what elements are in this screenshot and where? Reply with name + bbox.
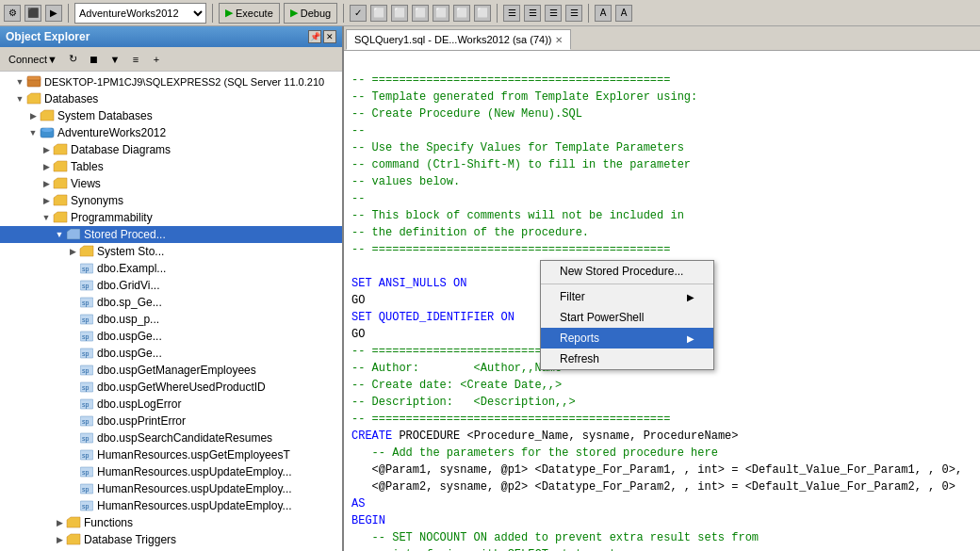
toolbar-icon-11[interactable]: ☰ [524,5,541,22]
tree-item-sproc-7[interactable]: sp dbo.uspGetManagerEmployees [0,362,342,379]
toolbar-icon-13[interactable]: ☰ [565,5,582,22]
tab-close-1[interactable]: ✕ [555,35,563,45]
ctx-reports-arrow: ▶ [687,333,694,344]
tree-item-db-triggers[interactable]: ▶ Database Triggers [0,531,342,548]
svg-marker-44 [67,534,80,544]
svg-marker-12 [80,246,93,256]
oe-close-button[interactable]: ✕ [323,30,336,43]
toolbar-icon-6[interactable]: ⬜ [412,5,429,22]
tree-item-diagrams[interactable]: ▶ Database Diagrams [0,141,342,158]
expand-prog: ▼ [40,213,53,222]
ctx-filter-label: Filter [560,290,585,303]
oe-new-button[interactable]: + [147,50,166,69]
database-selector[interactable]: AdventureWorks2012 [74,3,206,24]
tree-item-sproc-10[interactable]: sp dbo.uspPrintError [0,413,342,429]
tree-item-sproc-6[interactable]: sp dbo.uspGe... [0,345,342,362]
tree-item-server[interactable]: ▼ DESKTOP-1PM1CJ9\SQLEXPRESS2 (SQL Serve… [0,73,342,90]
ctx-new-stored-procedure-label: New Stored Procedure... [560,265,683,278]
tree-item-sproc-13[interactable]: sp HumanResources.uspUpdateEmploy... [0,463,342,480]
ctx-reports[interactable]: Reports ▶ [541,328,713,348]
tree-item-views[interactable]: ▶ Views [0,175,342,192]
tree-item-sproc-15[interactable]: sp HumanResources.uspUpdateEmploy... [0,497,342,514]
toolbar-icon-14[interactable]: A [595,5,612,22]
sys-sprocs-label: System Sto... [97,245,164,258]
sproc-label-8: dbo.uspGetWhereUsedProductID [97,381,266,394]
svg-text:sp: sp [82,435,90,443]
connect-button[interactable]: Connect ▼ [4,50,62,69]
sproc-label-5: dbo.uspGe... [97,330,162,343]
tree-item-programmability[interactable]: ▼ Programmability [0,209,342,226]
tree-item-synonyms[interactable]: ▶ Synonyms [0,192,342,209]
tree-item-functions[interactable]: ▶ Functions [0,514,342,531]
databases-folder-icon [26,92,41,105]
ctx-filter[interactable]: Filter ▶ [541,286,713,307]
tree-item-sys-sprocs[interactable]: ▶ System Sto... [0,243,342,260]
tree-item-databases[interactable]: ▼ Databases [0,90,342,107]
tree-item-sproc-12[interactable]: sp HumanResources.uspGetEmployeesT [0,446,342,463]
toolbar-icon-7[interactable]: ⬜ [433,5,449,22]
ctx-start-powershell[interactable]: Start PowerShell [541,307,713,328]
oe-filter-button[interactable]: ▼ [106,50,124,69]
ctx-new-stored-procedure[interactable]: New Stored Procedure... [541,261,713,282]
oe-stop-button[interactable]: ⏹ [85,50,104,69]
toolbar-icon-15[interactable]: A [615,5,632,22]
tree-item-sproc-11[interactable]: sp dbo.uspSearchCandidateResumes [0,429,342,446]
toolbar-icon-9[interactable]: ⬜ [474,5,491,22]
functions-label: Functions [84,516,133,529]
debug-button[interactable]: ▶ Debug [284,3,337,24]
tree-item-stored-procs[interactable]: ▼ Stored Proced... [0,226,342,243]
svg-marker-9 [54,195,67,205]
tree-item-sproc-14[interactable]: sp HumanResources.uspUpdateEmploy... [0,480,342,497]
toolbar-parse[interactable]: ✓ [350,5,367,22]
sql-line-27: -- SET NOCOUNT ON added to prevent extra… [351,531,759,544]
expand-views: ▶ [40,179,53,188]
editor-tab-1[interactable]: SQLQuery1.sql - DE...Works2012 (sa (74))… [346,29,571,50]
sproc-icon-15: sp [79,499,94,512]
tree-item-adventureworks[interactable]: ▼ AdventureWorks2012 [0,124,342,141]
svg-text:sp: sp [82,401,90,409]
oe-toolbar: Connect ▼ ↻ ⏹ ▼ ≡ + [0,47,342,72]
views-label: Views [71,177,101,190]
object-explorer: Object Explorer 📌 ✕ Connect ▼ ↻ ⏹ ▼ ≡ + … [0,26,344,551]
expand-diagrams: ▶ [40,145,53,154]
toolbar-icon-5[interactable]: ⬜ [391,5,408,22]
execute-button[interactable]: ▶ Execute [219,3,280,24]
tree-item-sproc-8[interactable]: sp dbo.uspGetWhereUsedProductID [0,379,342,396]
aw-label: AdventureWorks2012 [57,126,166,139]
tree-item-system-dbs[interactable]: ▶ System Databases [0,107,342,124]
toolbar-icon-8[interactable]: ⬜ [453,5,470,22]
sproc-label-10: dbo.uspPrintError [97,414,186,428]
toolbar-icon-12[interactable]: ☰ [545,5,562,22]
oe-pin-button[interactable]: 📌 [308,30,321,43]
oe-titlebar: Object Explorer 📌 ✕ [0,26,342,47]
sproc-label-3: dbo.sp_Ge... [97,296,162,309]
oe-refresh-button[interactable]: ↻ [64,50,83,69]
ctx-start-powershell-label: Start PowerShell [560,311,644,324]
oe-summary-button[interactable]: ≡ [126,50,145,69]
toolbar-icon-4[interactable]: ⬜ [370,5,387,22]
toolbar-sep-2 [212,4,213,23]
toolbar-icon-2[interactable]: ⬛ [24,5,41,22]
expand-functions: ▶ [53,518,66,527]
prog-icon [53,211,68,224]
tree-item-sproc-3[interactable]: sp dbo.sp_Ge... [0,294,342,311]
ctx-refresh[interactable]: Refresh [541,348,713,369]
svg-text:sp: sp [82,283,90,290]
synonyms-label: Synonyms [71,194,123,207]
tree-item-tables[interactable]: ▶ Tables [0,158,342,175]
tree-item-sproc-9[interactable]: sp dbo.uspLogError [0,396,342,413]
tree-item-sproc-5[interactable]: sp dbo.uspGe... [0,328,342,345]
sql-line-18: -- Create date: <Create Date,,> [351,379,562,392]
tree-item-sproc-4[interactable]: sp dbo.usp_p... [0,311,342,328]
toolbar-icon-3[interactable]: ▶ [45,5,62,22]
tree-item-sproc-1[interactable]: sp dbo.Exampl... [0,260,342,277]
databases-label: Databases [44,92,98,105]
diagrams-label: Database Diagrams [71,143,171,156]
sproc-label-12: HumanResources.uspGetEmployeesT [97,448,290,462]
tree-item-sproc-2[interactable]: sp dbo.GridVi... [0,277,342,294]
oe-tree[interactable]: ▼ DESKTOP-1PM1CJ9\SQLEXPRESS2 (SQL Serve… [0,72,342,551]
svg-marker-8 [54,178,67,188]
toolbar-icon-1[interactable]: ⚙ [4,5,21,22]
svg-text:sp: sp [82,452,90,460]
toolbar-icon-10[interactable]: ☰ [503,5,520,22]
